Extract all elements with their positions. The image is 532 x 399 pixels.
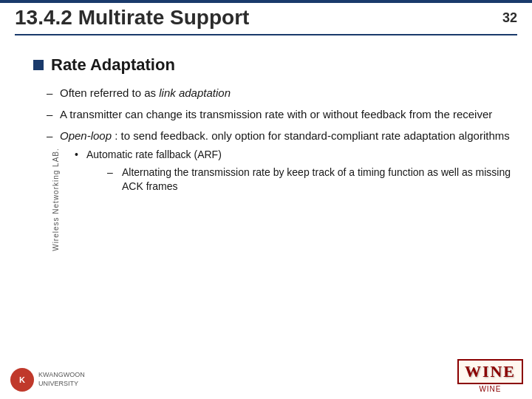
- slide-title: 13.4.2 Multirate Support: [15, 6, 249, 30]
- main-bullet-list: Often referred to as link adaptation A t…: [47, 85, 517, 194]
- bullet-text-2: A transmitter can change its transmissio…: [60, 108, 492, 120]
- university-logo-text: KWANGWOON UNIVERSITY: [38, 371, 85, 388]
- subsub-bullet-list: Alternating the transmission rate by kee…: [107, 166, 517, 194]
- university-name-line2: UNIVERSITY: [38, 380, 85, 389]
- bullet-item-3: Open-loop : to send feedback. only optio…: [47, 128, 517, 194]
- slide-number: 32: [502, 10, 517, 26]
- wine-logo-container: WINE WINE: [457, 359, 523, 393]
- bullet-text-after-3: : to send feedback. only option for stan…: [112, 129, 510, 142]
- university-logo-icon: K: [9, 366, 35, 393]
- sub-bullet-text-1: Automatic rate fallback (ARF): [86, 149, 222, 160]
- subsub-bullet-text-1: Alternating the transmission rate by kee…: [122, 166, 511, 193]
- bullet-item-1: Often referred to as link adaptation: [47, 85, 517, 100]
- bottom-area: K KWANGWOON UNIVERSITY WINE WINE: [0, 359, 532, 393]
- slide-header: 13.4.2 Multirate Support 32: [15, 6, 517, 35]
- subsub-bullet-item-1: Alternating the transmission rate by kee…: [107, 166, 517, 194]
- sub-bullet-list: Automatic rate fallback (ARF) Alternatin…: [75, 148, 517, 194]
- section-heading: Rate Adaptation: [33, 55, 517, 75]
- university-name-line1: KWANGWOON: [38, 371, 85, 380]
- bullet-item-2: A transmitter can change its transmissio…: [47, 106, 517, 122]
- wine-logo-sub: WINE: [479, 385, 501, 393]
- top-border: [0, 0, 532, 3]
- wine-logo: WINE: [457, 359, 523, 384]
- slide: 13.4.2 Multirate Support 32 Wireless Net…: [0, 0, 532, 399]
- section-heading-text: Rate Adaptation: [51, 55, 175, 75]
- bullet-text-italic-1: link adaptation: [159, 86, 231, 99]
- square-bullet-icon: [33, 60, 44, 70]
- svg-text:K: K: [19, 375, 25, 384]
- sub-bullet-item-1: Automatic rate fallback (ARF) Alternatin…: [75, 148, 517, 194]
- bullet-text-italic-3: Open-loop: [60, 129, 112, 142]
- bullet-text-plain-1: Often referred to as: [60, 86, 159, 99]
- logo-area: K KWANGWOON UNIVERSITY: [9, 366, 85, 393]
- main-content: Rate Adaptation Often referred to as lin…: [33, 55, 517, 347]
